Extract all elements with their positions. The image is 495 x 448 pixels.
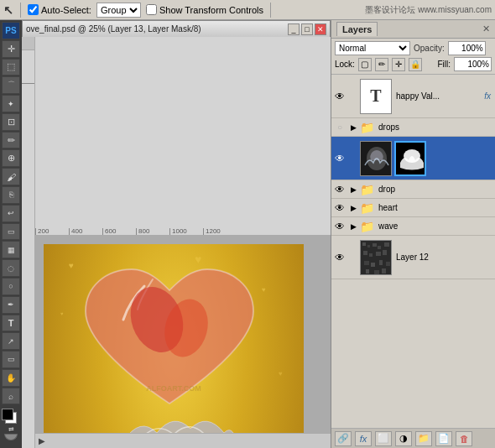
canvas-col: 200 400 600 800 1000 1200 <box>35 37 331 448</box>
layers-panel-close[interactable]: ✕ <box>482 23 490 34</box>
layer-link-btn[interactable]: 🔗 <box>335 431 352 446</box>
folder-icon-wave: 📁 <box>360 220 374 233</box>
layer-item-wave-folder[interactable]: 👁 ▶ 📁 wave <box>331 217 495 236</box>
group-select[interactable]: Group <box>96 3 141 18</box>
svg-rect-18 <box>383 250 387 255</box>
lock-position-btn[interactable]: ✛ <box>392 58 405 71</box>
layer-fx-btn[interactable]: fx <box>355 431 372 446</box>
layer-item-drops-image[interactable]: 👁 <box>331 137 495 180</box>
layers-tab[interactable]: Layers <box>336 22 378 36</box>
layer-eye-heart[interactable]: 👁 <box>333 201 346 215</box>
tool-zoom[interactable]: ⌕ <box>2 388 20 405</box>
svg-rect-13 <box>378 246 381 249</box>
fill-input[interactable]: 100% <box>454 57 492 71</box>
v-ruler-marks <box>22 50 35 84</box>
minimize-button[interactable]: _ <box>288 23 300 35</box>
layer-eye-drop[interactable]: 👁 <box>333 183 346 196</box>
layer-expand-drops[interactable]: ▶ <box>348 122 358 133</box>
svg-rect-15 <box>363 251 367 255</box>
maximize-button[interactable]: □ <box>301 23 313 35</box>
folder-icon-drop: 📁 <box>360 183 374 196</box>
layer-item-drop-folder[interactable]: 👁 ▶ 📁 drop <box>331 180 495 199</box>
svg-rect-16 <box>369 253 373 257</box>
tool-path[interactable]: ↗ <box>2 332 20 350</box>
layer-expand-drop[interactable]: ▶ <box>348 185 358 195</box>
tool-heal[interactable]: ⊕ <box>2 149 20 167</box>
layer-item-text[interactable]: 👁 T happy Val... fx <box>331 75 495 118</box>
ruler-1000: 1000 <box>169 228 203 235</box>
layer-name-drop: drop <box>376 185 493 194</box>
canvas-image: ♥ ♥ ♥ ♥ ♥ <box>44 244 304 434</box>
lock-pixels-btn[interactable]: ✏ <box>375 58 388 71</box>
move-tool-icon[interactable]: ↖ <box>3 3 13 17</box>
svg-rect-19 <box>364 261 369 265</box>
lock-transparent-btn[interactable]: ▢ <box>358 58 372 71</box>
tool-history[interactable]: ↩ <box>2 205 20 222</box>
left-ruler-col <box>22 37 35 448</box>
layer-delete-btn[interactable]: 🗑 <box>456 431 472 446</box>
ruler-400: 400 <box>69 228 102 235</box>
auto-select-checkbox[interactable] <box>28 4 39 15</box>
layers-header: Layers ✕ <box>331 20 495 39</box>
h-ruler-marks: 200 400 600 800 1000 1200 <box>35 221 237 235</box>
layer-group-btn[interactable]: 📁 <box>415 431 432 446</box>
tool-magic-wand[interactable]: ✦ <box>2 95 20 112</box>
tool-blur[interactable]: ◌ <box>2 259 20 277</box>
tool-lasso[interactable]: ⌒ <box>2 76 20 94</box>
layer-eye-text[interactable]: 👁 <box>333 90 346 103</box>
tool-eyedropper[interactable]: ✏ <box>2 132 20 149</box>
tool-brush[interactable]: 🖌 <box>2 168 20 185</box>
layer-eye-wave[interactable]: 👁 <box>333 220 346 233</box>
tool-eraser[interactable]: ▭ <box>2 223 20 241</box>
swap-icon[interactable]: ⇄ <box>8 425 14 433</box>
opacity-input[interactable]: 100% <box>448 41 486 55</box>
tool-ps-icon[interactable]: PS <box>2 22 20 39</box>
bokeh4: ♥ <box>279 370 283 378</box>
layer-eye-layer12[interactable]: 👁 <box>333 251 346 264</box>
lock-all-btn[interactable]: 🔒 <box>409 58 422 71</box>
top-toolbar: ↖ Auto-Select: Group Show Transform Cont… <box>0 0 495 20</box>
layer-expand-wave[interactable]: ▶ <box>348 221 358 232</box>
quick-mask-btn[interactable] <box>3 434 18 448</box>
layer-item-heart-folder[interactable]: 👁 ▶ 📁 heart <box>331 199 495 217</box>
tool-clone[interactable]: ⎘ <box>2 186 20 204</box>
window-buttons: _ □ ✕ <box>288 23 326 35</box>
canvas-viewport[interactable]: ♥ ♥ ♥ ♥ ♥ <box>35 236 331 434</box>
ruler-1200: 1200 <box>203 228 237 235</box>
color-swatches[interactable] <box>2 409 20 425</box>
layer-expand-heart[interactable]: ▶ <box>348 203 358 213</box>
svg-rect-17 <box>376 252 381 256</box>
tool-shape[interactable]: ▭ <box>2 351 20 368</box>
layer-eye-drops-img[interactable]: 👁 <box>333 152 346 165</box>
vertical-ruler <box>22 50 35 448</box>
blend-mode-select[interactable]: Normal <box>335 41 410 55</box>
transform-text: Show Transform Controls <box>159 5 263 15</box>
tools-panel: PS ✛ ⬚ ⌒ ✦ ⊡ ✏ ⊕ 🖌 ⎘ ↩ ▭ ▦ ◌ ○ ✒ T ↗ ▭ ✋… <box>0 20 22 448</box>
layer-mask-btn[interactable]: ⬜ <box>375 431 392 446</box>
zoom-level: ▶ <box>39 436 45 445</box>
svg-rect-22 <box>386 262 390 266</box>
tool-pen[interactable]: ✒ <box>2 296 20 314</box>
layer-name-heart: heart <box>376 203 493 212</box>
tool-move[interactable]: ✛ <box>2 40 20 58</box>
blend-row: Normal Opacity: 100% <box>335 41 492 55</box>
layer-item-layer12[interactable]: 👁 <box>331 236 495 279</box>
layer-item-drops-folder[interactable]: ○ ▶ 📁 drops <box>331 118 495 137</box>
heart-svg <box>77 261 262 429</box>
close-button[interactable]: ✕ <box>315 23 326 35</box>
transform-checkbox[interactable] <box>146 4 157 15</box>
horizontal-ruler: 200 400 600 800 1000 1200 <box>35 37 331 236</box>
tool-gradient[interactable]: ▦ <box>2 241 20 258</box>
tool-hand[interactable]: ✋ <box>2 369 20 387</box>
lock-row: Lock: ▢ ✏ ✛ 🔒 Fill: 100% <box>335 57 492 71</box>
document-window: ove_final.psd @ 25% (Layer 13, Layer Mas… <box>22 20 331 448</box>
layer-adj-btn[interactable]: ◑ <box>395 431 412 446</box>
layer-eye-drops[interactable]: ○ <box>333 121 346 134</box>
tool-dodge[interactable]: ○ <box>2 278 20 295</box>
tool-type[interactable]: T <box>2 315 20 332</box>
layer-new-btn[interactable]: 📄 <box>435 431 452 446</box>
tool-crop[interactable]: ⊡ <box>2 113 20 131</box>
auto-select-text: Auto-Select: <box>41 5 91 15</box>
tool-marquee[interactable]: ⬚ <box>2 59 20 76</box>
svg-rect-12 <box>373 243 377 247</box>
